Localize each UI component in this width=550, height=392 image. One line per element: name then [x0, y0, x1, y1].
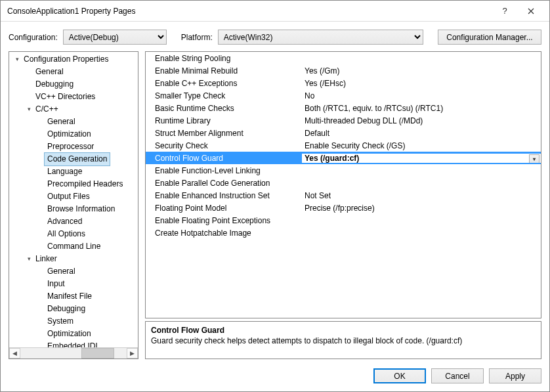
property-name: Enable C++ Exceptions: [146, 79, 302, 88]
description-box: Control Flow Guard Guard security check …: [145, 321, 541, 359]
apply-button[interactable]: Apply: [489, 368, 541, 383]
tree-item-label: Browse Information: [45, 203, 117, 215]
property-value-text: Multi-threaded Debug DLL (/MDd): [305, 116, 423, 125]
tree-item[interactable]: General: [9, 265, 138, 278]
property-name: Enable Parallel Code Generation: [146, 179, 302, 188]
tree-item[interactable]: Optimization: [9, 128, 138, 141]
tree-item[interactable]: Manifest File: [9, 290, 138, 303]
close-button[interactable]: [518, 2, 544, 20]
property-row[interactable]: Enable Minimal RebuildYes (/Gm): [146, 64, 541, 77]
tree-item[interactable]: Output Files: [9, 190, 138, 203]
property-value[interactable]: Multi-threaded Debug DLL (/MDd): [302, 116, 541, 125]
tree-item-label: Preprocessor: [45, 141, 96, 153]
property-name: Basic Runtime Checks: [146, 104, 302, 113]
close-icon: [528, 8, 534, 14]
titlebar: ConsoleApplication1 Property Pages ?: [1, 1, 549, 22]
scroll-right-icon[interactable]: ▶: [127, 348, 138, 359]
tree-item-label: Optimization: [45, 128, 94, 141]
main-area: ▾Configuration PropertiesGeneralDebuggin…: [1, 51, 549, 362]
property-name: Security Check: [146, 141, 302, 150]
tree-item[interactable]: ▾C/C++: [9, 103, 138, 116]
tree-item-label: Debugging: [33, 78, 76, 91]
tree-item[interactable]: Precompiled Headers: [9, 178, 138, 190]
property-name: Enable Floating Point Exceptions: [146, 216, 302, 225]
tree-item[interactable]: Advanced: [9, 215, 138, 228]
tree-item-label: Configuration Properties: [21, 53, 111, 66]
property-row[interactable]: Enable Parallel Code Generation: [146, 177, 541, 189]
property-row-selected[interactable]: Control Flow GuardYes (/guard:cf)▾: [146, 152, 541, 164]
property-name: Enable Enhanced Instruction Set: [146, 191, 302, 200]
property-value[interactable]: Both (/RTC1, equiv. to /RTCsu) (/RTC1): [302, 104, 541, 113]
property-value-text: Enable Security Check (/GS): [305, 141, 405, 150]
tree-item[interactable]: All Options: [9, 228, 138, 240]
property-value[interactable]: Not Set: [302, 191, 541, 200]
tree-item[interactable]: Debugging: [9, 78, 138, 91]
property-value-text: Yes (/EHsc): [305, 79, 346, 88]
property-row[interactable]: Enable C++ ExceptionsYes (/EHsc): [146, 77, 541, 89]
ok-button[interactable]: OK: [373, 368, 426, 383]
property-name: Struct Member Alignment: [146, 129, 302, 138]
scroll-left-icon[interactable]: ◀: [9, 348, 20, 359]
property-row[interactable]: Enable Floating Point Exceptions: [146, 214, 541, 227]
property-value[interactable]: Yes (/EHsc): [302, 79, 541, 88]
tree-item[interactable]: ▾Linker: [9, 253, 138, 265]
property-value[interactable]: Enable Security Check (/GS): [302, 141, 541, 150]
tree-item[interactable]: System: [9, 315, 138, 328]
property-value[interactable]: Precise (/fp:precise): [302, 204, 541, 213]
property-scroll[interactable]: Enable String PoolingEnable Minimal Rebu…: [146, 52, 541, 318]
property-row[interactable]: Basic Runtime ChecksBoth (/RTC1, equiv. …: [146, 102, 541, 114]
tree-item[interactable]: Optimization: [9, 328, 138, 340]
property-name: Runtime Library: [146, 116, 302, 125]
expand-arrow-icon[interactable]: ▾: [25, 253, 33, 265]
tree-item-selected[interactable]: Code Generation: [9, 153, 138, 165]
property-table: Enable String PoolingEnable Minimal Rebu…: [145, 51, 541, 318]
nav-tree-scroll[interactable]: ▾Configuration PropertiesGeneralDebuggin…: [9, 52, 138, 347]
property-row[interactable]: Floating Point ModelPrecise (/fp:precise…: [146, 202, 541, 214]
configuration-label: Configuration:: [9, 33, 58, 42]
tree-item[interactable]: Debugging: [9, 303, 138, 315]
help-button[interactable]: ?: [492, 2, 518, 20]
scroll-thumb[interactable]: [81, 348, 114, 359]
tree-item[interactable]: General: [9, 116, 138, 128]
tree-item-label: Debugging: [45, 303, 88, 315]
property-value-text: No: [305, 91, 314, 100]
tree-item-label: Optimization: [45, 328, 94, 340]
dropdown-icon[interactable]: ▾: [529, 154, 539, 163]
property-value[interactable]: Yes (/guard:cf)▾: [302, 154, 541, 163]
property-value[interactable]: Yes (/Gm): [302, 66, 541, 76]
property-value[interactable]: No: [302, 91, 541, 100]
configuration-manager-button[interactable]: Configuration Manager...: [438, 30, 541, 45]
tree-item-label: Code Generation: [45, 153, 110, 165]
property-row[interactable]: Create Hotpatchable Image: [146, 227, 541, 239]
property-value-text: Default: [305, 129, 329, 138]
tree-item[interactable]: General: [9, 66, 138, 78]
property-row[interactable]: Enable Enhanced Instruction SetNot Set: [146, 189, 541, 202]
tree-item[interactable]: Embedded IDL: [9, 340, 138, 347]
tree-item[interactable]: Command Line: [9, 240, 138, 253]
property-row[interactable]: Enable String Pooling: [146, 52, 541, 64]
property-name: Control Flow Guard: [146, 154, 302, 163]
property-value[interactable]: Default: [302, 129, 541, 138]
tree-item[interactable]: Language: [9, 165, 138, 178]
tree-item[interactable]: Preprocessor: [9, 141, 138, 153]
property-value-text: Yes (/guard:cf): [305, 154, 359, 163]
cancel-button[interactable]: Cancel: [431, 368, 484, 383]
tree-item-label: Advanced: [45, 215, 85, 228]
property-row[interactable]: Enable Function-Level Linking: [146, 164, 541, 177]
tree-item[interactable]: VC++ Directories: [9, 91, 138, 103]
tree-item[interactable]: Input: [9, 278, 138, 290]
property-row[interactable]: Struct Member AlignmentDefault: [146, 127, 541, 139]
expand-arrow-icon[interactable]: ▾: [25, 103, 33, 116]
property-value-text: Not Set: [305, 191, 331, 200]
property-row[interactable]: Runtime LibraryMulti-threaded Debug DLL …: [146, 114, 541, 127]
tree-item-label: Command Line: [45, 240, 103, 253]
nav-tree-hscroll[interactable]: ◀ ▶: [9, 347, 138, 359]
expand-arrow-icon[interactable]: ▾: [13, 53, 21, 66]
platform-select[interactable]: Active(Win32): [218, 30, 423, 45]
property-row[interactable]: Smaller Type CheckNo: [146, 89, 541, 102]
tree-item[interactable]: ▾Configuration Properties: [9, 53, 138, 66]
tree-item-label: C/C++: [33, 103, 61, 116]
property-row[interactable]: Security CheckEnable Security Check (/GS…: [146, 139, 541, 152]
tree-item[interactable]: Browse Information: [9, 203, 138, 215]
configuration-select[interactable]: Active(Debug): [63, 30, 167, 45]
